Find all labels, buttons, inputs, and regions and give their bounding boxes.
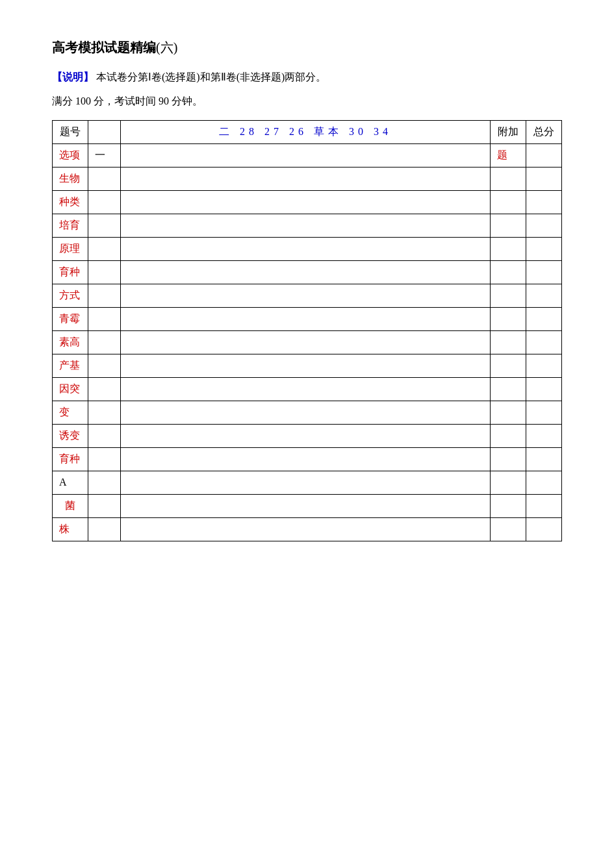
cell-fujia-2 [491, 190, 526, 214]
cell-sugao: 素高 [53, 330, 88, 354]
cell-peiyu: 培育 [53, 214, 88, 237]
cell-col2-1 [88, 167, 121, 190]
cell-qingmei: 青霉 [53, 307, 88, 330]
cell-yi: 一 [88, 143, 121, 167]
cell-main-12 [121, 424, 491, 447]
header-tihao: 题号 [53, 120, 88, 143]
cell-zongfen-7 [526, 307, 562, 330]
cell-yuzhong2: 育种 [53, 447, 88, 471]
cell-fujia-3 [491, 214, 526, 237]
cell-zongfen-5 [526, 260, 562, 284]
cell-yuanli: 原理 [53, 237, 88, 260]
cell-chanji: 产基 [53, 354, 88, 377]
table-row: 原理 [53, 237, 562, 260]
cell-main-15 [121, 494, 491, 517]
header-main: 二 28 27 26 草本 30 34 [121, 120, 491, 143]
cell-a: A [53, 471, 88, 494]
cell-main-10 [121, 377, 491, 401]
cell-col2-16 [88, 517, 121, 541]
table-row: 素高 [53, 330, 562, 354]
header-col2 [88, 120, 121, 143]
cell-main-1 [121, 167, 491, 190]
cell-main-7 [121, 307, 491, 330]
cell-zongfen-10 [526, 377, 562, 401]
cell-main-4 [121, 237, 491, 260]
cell-bian: 变 [53, 401, 88, 424]
table-row: A [53, 471, 562, 494]
note-text: 本试卷分第Ⅰ卷(选择题)和第Ⅱ卷(非选择题)两部分。 [96, 71, 326, 82]
cell-xuanxiang: 选项 [53, 143, 88, 167]
cell-zongfen-6 [526, 284, 562, 307]
title-main: 高考模拟试题精编 [52, 40, 156, 55]
cell-fangshi: 方式 [53, 284, 88, 307]
cell-fujia-4 [491, 237, 526, 260]
table-row: 生物 [53, 167, 562, 190]
table-row: 种类 [53, 190, 562, 214]
cell-col2-13 [88, 447, 121, 471]
cell-col2-10 [88, 377, 121, 401]
cell-col2-5 [88, 260, 121, 284]
header-fujia: 附加 [491, 120, 526, 143]
cell-col2-8 [88, 330, 121, 354]
cell-jun: 菌 [53, 494, 88, 517]
cell-shengwu: 生物 [53, 167, 88, 190]
cell-zongfen-4 [526, 237, 562, 260]
cell-main-11 [121, 401, 491, 424]
table-row: 株 [53, 517, 562, 541]
cell-zhonglei: 种类 [53, 190, 88, 214]
cell-yuzhong: 育种 [53, 260, 88, 284]
table-row: 产基 [53, 354, 562, 377]
cell-main-2 [121, 190, 491, 214]
table-row: 菌 [53, 494, 562, 517]
table-row: 变 [53, 401, 562, 424]
cell-col2-4 [88, 237, 121, 260]
cell-main-9 [121, 354, 491, 377]
cell-youbian: 诱变 [53, 424, 88, 447]
cell-fujia-15 [491, 494, 526, 517]
cell-zongfen-9 [526, 354, 562, 377]
header-zongfen: 总分 [526, 120, 562, 143]
table-row: 培育 [53, 214, 562, 237]
cell-col2-2 [88, 190, 121, 214]
title-paren: (六) [156, 40, 177, 55]
page-title: 高考模拟试题精编(六) [52, 39, 562, 56]
cell-main-13 [121, 447, 491, 471]
cell-col2-14 [88, 471, 121, 494]
cell-col2-3 [88, 214, 121, 237]
cell-fujia-1 [491, 167, 526, 190]
cell-zongfen-3 [526, 214, 562, 237]
table-row: 方式 [53, 284, 562, 307]
cell-col2-6 [88, 284, 121, 307]
cell-zongfen-1 [526, 167, 562, 190]
cell-col2-12 [88, 424, 121, 447]
cell-col2-7 [88, 307, 121, 330]
cell-zongfen-12 [526, 424, 562, 447]
note-line: 【说明】 本试卷分第Ⅰ卷(选择题)和第Ⅱ卷(非选择题)两部分。 [52, 68, 562, 87]
table-row: 选项 一 题 [53, 143, 562, 167]
cell-zongfen-14 [526, 471, 562, 494]
cell-col2-15 [88, 494, 121, 517]
cell-fujia-16 [491, 517, 526, 541]
cell-col2-11 [88, 401, 121, 424]
cell-fujia-7 [491, 307, 526, 330]
cell-zongfen-8 [526, 330, 562, 354]
answer-table: 题号 二 28 27 26 草本 30 34 附加 总分 选项 一 题 生物 种… [52, 120, 562, 541]
cell-zongfen-0 [526, 143, 562, 167]
cell-fujia-10 [491, 377, 526, 401]
cell-fujia-ti: 题 [491, 143, 526, 167]
cell-zongfen-16 [526, 517, 562, 541]
cell-zongfen-11 [526, 401, 562, 424]
table-header-row: 题号 二 28 27 26 草本 30 34 附加 总分 [53, 120, 562, 143]
cell-main-16 [121, 517, 491, 541]
cell-main-3 [121, 214, 491, 237]
cell-fujia-12 [491, 424, 526, 447]
cell-main-8 [121, 330, 491, 354]
score-line: 满分 100 分，考试时间 90 分钟。 [52, 95, 562, 108]
cell-fujia-9 [491, 354, 526, 377]
cell-main-0 [121, 143, 491, 167]
cell-fujia-11 [491, 401, 526, 424]
cell-main-5 [121, 260, 491, 284]
table-row: 因突 [53, 377, 562, 401]
cell-fujia-5 [491, 260, 526, 284]
table-row: 诱变 [53, 424, 562, 447]
